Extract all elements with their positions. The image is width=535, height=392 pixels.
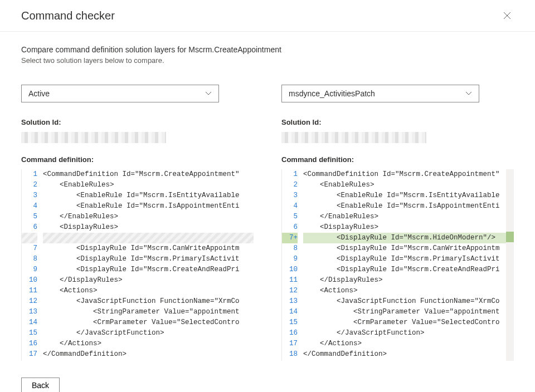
code-line: <StringParameter Value="appointment xyxy=(303,307,514,317)
gutter-line: 2 xyxy=(22,180,37,190)
code-line: </Actions> xyxy=(303,339,514,349)
gutter-line: 15 xyxy=(282,317,298,328)
gutter-line: 9 xyxy=(22,264,37,275)
left-code-editor[interactable]: 1234567891011121314151617 <CommandDefini… xyxy=(21,169,254,361)
gutter-line: 8 xyxy=(282,243,298,254)
code-line: <DisplayRule Id="Mscrm.CreateAndReadPri xyxy=(43,264,254,275)
code-line: </CommandDefinition> xyxy=(303,349,514,360)
code-line: </DisplayRules> xyxy=(303,275,514,286)
right-solution-id-label: Solution Id: xyxy=(281,118,514,126)
gutter-line: 7 xyxy=(22,243,37,254)
gutter-line: 1 xyxy=(282,169,298,180)
code-line: </CommandDefinition> xyxy=(43,349,254,360)
code-line: <CommandDefinition Id="Mscrm.CreateAppoi… xyxy=(303,169,514,180)
code-line: <Actions> xyxy=(43,286,254,296)
left-command-definition-label: Command definition: xyxy=(21,155,254,164)
gutter-line: 7+ xyxy=(282,233,298,243)
gutter-line: 4 xyxy=(282,201,298,212)
gutter-line xyxy=(22,233,37,243)
code-line: <EnableRule Id="Mscrm.IsEntityAvailable xyxy=(43,190,254,201)
gutter-line: 16 xyxy=(22,339,37,349)
gutter-line: 5 xyxy=(22,212,37,222)
close-button[interactable] xyxy=(500,9,514,22)
gutter-line: 2 xyxy=(282,180,298,190)
code-line: <EnableRules> xyxy=(303,180,514,190)
chevron-down-icon xyxy=(465,90,472,97)
code-line: <EnableRule Id="Mscrm.IsAppointmentEnti xyxy=(303,201,514,212)
code-line: </JavaScriptFunction> xyxy=(43,328,254,339)
gutter-line: 13 xyxy=(282,296,298,307)
gutter-line: 6 xyxy=(282,222,298,233)
close-icon xyxy=(503,11,512,20)
code-line: <DisplayRules> xyxy=(303,222,514,233)
code-line: </JavaScriptFunction> xyxy=(303,328,514,339)
code-line: <DisplayRules> xyxy=(43,222,254,233)
gutter-line: 3 xyxy=(282,190,298,201)
gutter-line: 1 xyxy=(22,169,37,180)
left-dropdown-value: Active xyxy=(28,89,50,98)
right-layer-dropdown[interactable]: msdynce_ActivitiesPatch xyxy=(281,85,479,102)
gutter-line: 13 xyxy=(22,307,37,317)
gutter-line: 9 xyxy=(282,254,298,264)
gutter-line: 15 xyxy=(22,328,37,339)
gutter-line: 5 xyxy=(282,212,298,222)
code-line: <JavaScriptFunction FunctionName="XrmCo xyxy=(303,296,514,307)
code-line: <Actions> xyxy=(303,286,514,296)
gutter-line: 3 xyxy=(22,190,37,201)
code-line: </EnableRules> xyxy=(303,212,514,222)
code-line: <DisplayRule Id="Mscrm.CanWriteAppointm xyxy=(303,243,514,254)
left-layer-dropdown[interactable]: Active xyxy=(21,85,219,102)
chevron-down-icon xyxy=(205,90,212,97)
code-line: <StringParameter Value="appointment xyxy=(43,307,254,317)
right-solution-id-value xyxy=(281,132,426,143)
gutter-line: 14 xyxy=(22,317,37,328)
gutter-line: 18 xyxy=(282,349,298,360)
code-line: <DisplayRule Id="Mscrm.CanWriteAppointm xyxy=(43,243,254,254)
code-line: <EnableRules> xyxy=(43,180,254,190)
code-line: </EnableRules> xyxy=(43,212,254,222)
code-line: <DisplayRule Id="Mscrm.PrimaryIsActivit xyxy=(43,254,254,264)
gutter-line: 8 xyxy=(22,254,37,264)
gutter-line: 11 xyxy=(282,275,298,286)
gutter-line: 4 xyxy=(22,201,37,212)
left-solution-id-value xyxy=(21,132,166,143)
code-line: <JavaScriptFunction FunctionName="XrmCo xyxy=(43,296,254,307)
page-title: Command checker xyxy=(21,9,115,22)
description: Select two solution layers below to comp… xyxy=(21,56,514,65)
code-line: <CommandDefinition Id="Mscrm.CreateAppoi… xyxy=(43,169,254,180)
scroll-track[interactable] xyxy=(506,169,514,361)
code-line: <EnableRule Id="Mscrm.IsAppointmentEnti xyxy=(43,201,254,212)
back-button[interactable]: Back xyxy=(21,378,60,392)
gutter-line: 12 xyxy=(282,286,298,296)
right-command-definition-label: Command definition: xyxy=(281,155,514,164)
gutter-line: 16 xyxy=(282,328,298,339)
right-code-editor[interactable]: 1234567+89101112131415161718 <CommandDef… xyxy=(281,169,514,361)
code-line: <CrmParameter Value="SelectedContro xyxy=(303,317,514,328)
code-line: </Actions> xyxy=(43,339,254,349)
subtitle: Compare command definition solution laye… xyxy=(21,45,514,54)
gutter-line: 10 xyxy=(282,264,298,275)
code-line: <CrmParameter Value="SelectedContro xyxy=(43,317,254,328)
gutter-line: 11 xyxy=(22,286,37,296)
gutter-line: 6 xyxy=(22,222,37,233)
code-line: <DisplayRule Id="Mscrm.CreateAndReadPri xyxy=(303,264,514,275)
left-solution-id-label: Solution Id: xyxy=(21,118,254,126)
right-dropdown-value: msdynce_ActivitiesPatch xyxy=(289,89,375,98)
gutter-line: 17 xyxy=(282,339,298,349)
gutter-line: 17 xyxy=(22,349,37,360)
gutter-line: 12 xyxy=(22,296,37,307)
gutter-line: 10 xyxy=(22,275,37,286)
diff-indicator xyxy=(506,232,514,242)
code-line: <DisplayRule Id="Mscrm.PrimaryIsActivit xyxy=(303,254,514,264)
code-line: </DisplayRules> xyxy=(43,275,254,286)
gutter-line: 14 xyxy=(282,307,298,317)
code-line xyxy=(43,233,254,243)
code-line: <EnableRule Id="Mscrm.IsEntityAvailable xyxy=(303,190,514,201)
code-line: <DisplayRule Id="Mscrm.HideOnModern"/> xyxy=(303,233,514,243)
